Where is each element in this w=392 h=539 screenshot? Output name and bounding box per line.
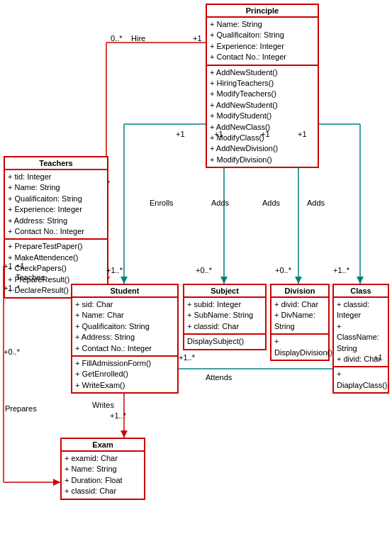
adds2-label: Adds [262,199,280,207]
student-title: Student [72,285,177,298]
mult-subj-bottom: +0..* [196,266,212,274]
principle-box: Principle + Name: String + Qualificaiton… [206,4,319,168]
mult-prepares: +0..* [4,348,20,356]
adds3-label: Adds [307,199,325,207]
svg-marker-21 [53,479,60,486]
exam-box: Exam + examid: Char + Name: String + Dur… [60,438,145,500]
student-attributes: + sid: Char + Name: Char + Qualificaiton… [72,298,177,357]
teachers-title: Teachers [5,157,107,170]
student-box: Student + sid: Char + Name: Char + Quali… [71,284,179,394]
mult-adds2-top: +1 [261,130,270,138]
class-methods: + DiaplayClass() [334,367,388,392]
mult-0star-label: 0..* [111,34,123,43]
principle-attributes: + Name: String + Qualificaiton: String +… [207,18,318,66]
subject-box: Subject + subid: Integer + SubName: Stri… [183,284,267,350]
exam-title: Exam [62,439,144,452]
mult-adds1-top: +1 [214,130,223,138]
mult-class-bottom: +1..* [333,266,349,274]
subject-methods: DisplaySubject() [184,335,265,348]
division-methods: + DisplayDivision() [271,335,328,360]
enrolls-label: Enrolls [150,199,174,207]
mult-teaches-bottom: +1..* [4,284,20,292]
mult-teaches-top2: +1 [16,262,25,270]
exam-attributes: + examid: Char + Name: String + Duration… [62,452,144,499]
mult-attends-left: +1..* [179,353,195,362]
subject-title: Subject [184,285,265,298]
class-title: Class [334,285,388,298]
principle-methods: + AddNewStudent() + HiringTeachers() + M… [207,66,318,167]
division-box: Division + divid: Char + DivName: String… [270,284,330,361]
svg-marker-8 [220,277,228,284]
svg-marker-5 [121,277,128,284]
principle-title: Principle [207,5,318,18]
mult-enroll-top: +1 [176,130,185,138]
prepares-label: Prepares [5,404,37,413]
hire-label: Hire [131,34,145,43]
subject-attributes: + subid: Integer + SubName: String + cla… [184,298,265,335]
writes-label: Writes [92,401,114,409]
adds1-label: Adds [211,199,229,207]
svg-marker-11 [295,277,302,284]
svg-marker-18 [121,430,128,438]
division-title: Division [271,285,328,298]
mult-adds3-top: +1 [298,130,307,138]
mult-div-bottom: +0..* [275,266,291,274]
mult-enroll-bottom: +1..* [106,266,123,274]
svg-marker-14 [357,277,364,284]
mult-attends-right: +1 [374,353,383,362]
division-attributes: + divid: Char + DivName: String [271,298,328,335]
class-box: Class + classid: Integer + ClassName: St… [332,284,389,394]
teachers-attributes: + tid: Integer + Name: String + Qualific… [5,170,107,240]
mult-teaches-top1: +1 [4,262,13,270]
attends-label: Attends [206,373,232,382]
teaches-label: Teaches [16,273,45,282]
mult-plus1-hire: +1 [193,34,202,43]
student-methods: + FillAdmissionForm() + GetEnrolled() + … [72,357,177,392]
mult-writes: +1..* [110,411,126,420]
